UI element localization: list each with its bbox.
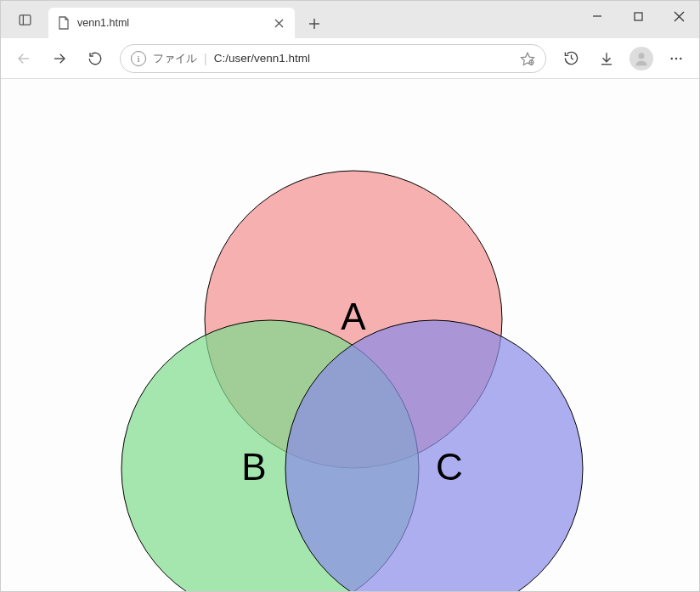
maximize-button[interactable] (618, 1, 658, 31)
addressbar[interactable]: i ファイル | C:/user/venn1.html (120, 44, 546, 73)
tab-title: venn1.html (77, 17, 264, 29)
downloads-button[interactable] (590, 42, 623, 75)
refresh-button[interactable] (79, 42, 111, 75)
forward-button[interactable] (43, 42, 76, 75)
svg-point-21 (680, 57, 682, 59)
venn-diagram: ABC (1, 79, 700, 592)
address-divider: | (204, 52, 207, 65)
close-window-button[interactable] (658, 1, 699, 31)
minimize-button[interactable] (577, 1, 618, 31)
svg-rect-0 (20, 14, 31, 24)
svg-rect-7 (635, 13, 642, 20)
venn-label-c: C (436, 446, 463, 488)
svg-point-18 (639, 53, 645, 59)
svg-point-19 (670, 57, 673, 59)
window-controls (577, 1, 699, 31)
venn-label-a: A (341, 296, 366, 337)
favorites-icon[interactable] (520, 51, 535, 66)
venn-label-b: B (241, 446, 266, 488)
svg-point-20 (675, 57, 678, 59)
file-icon (57, 16, 71, 30)
page-content: ABC (1, 79, 699, 592)
protocol-label: ファイル (153, 51, 197, 66)
profile-avatar[interactable] (629, 47, 653, 70)
new-tab-button[interactable] (300, 9, 329, 38)
back-button[interactable] (8, 42, 40, 75)
site-info-icon[interactable]: i (131, 51, 146, 66)
titlebar: venn1.html (1, 1, 699, 38)
toolbar: i ファイル | C:/user/venn1.html (1, 38, 699, 79)
url-text: C:/user/venn1.html (214, 52, 513, 65)
tab-close-button[interactable] (271, 15, 286, 31)
history-button[interactable] (555, 42, 587, 75)
browser-tab[interactable]: venn1.html (48, 8, 295, 38)
tab-actions-button[interactable] (1, 1, 48, 38)
more-menu-button[interactable] (660, 42, 692, 75)
